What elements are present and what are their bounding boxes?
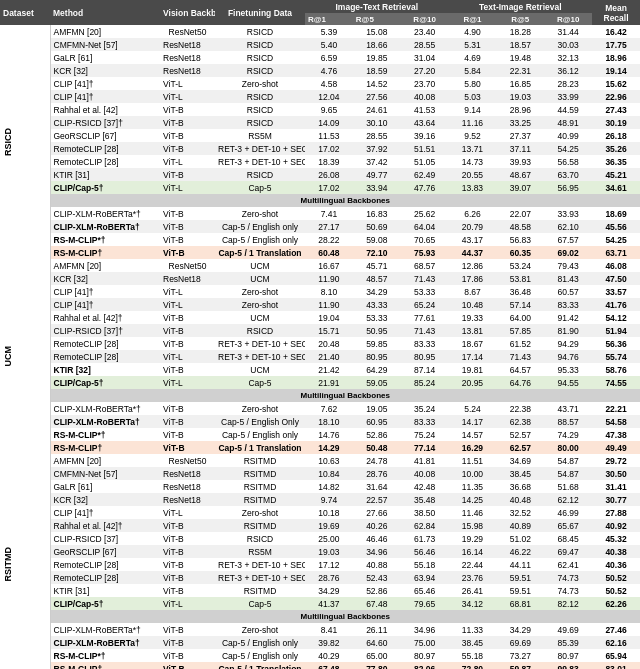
- mean-recall-cell: 40.38: [592, 545, 640, 558]
- mean-recall-cell: 31.41: [592, 480, 640, 493]
- finetuning-cell: RSITMD: [215, 493, 305, 506]
- metric-cell: 44.37: [449, 246, 497, 259]
- metric-cell: 94.76: [544, 350, 592, 363]
- backbone-cell: ViT-B: [160, 558, 215, 571]
- backbone-cell: ViT-B: [160, 623, 215, 636]
- metric-cell: 39.16: [401, 129, 449, 142]
- metric-cell: 65.46: [401, 584, 449, 597]
- method-cell: RemoteCLIP [28]: [50, 337, 160, 350]
- table-row: CLIP-XLM-RoBERTa*†ViT-BZero-shot7.4116.8…: [0, 207, 640, 220]
- metric-cell: 53.33: [353, 311, 401, 324]
- metric-cell: 62.10: [544, 220, 592, 233]
- metric-cell: 14.52: [353, 77, 401, 90]
- finetuning-cell: RSICD: [215, 168, 305, 181]
- table-row: RSICDAMFMN [20]ResNet50RSICD5.3915.0823.…: [0, 25, 640, 38]
- metric-cell: 77.80: [353, 662, 401, 669]
- backbone-cell: ResNet50: [160, 259, 215, 272]
- metric-cell: 19.85: [353, 51, 401, 64]
- table-row: RSITMDAMFMN [20]ResNet50RSITMD10.6324.78…: [0, 454, 640, 467]
- metric-cell: 60.57: [544, 285, 592, 298]
- metric-cell: 81.43: [544, 272, 592, 285]
- method-cell: RemoteCLIP [28]: [50, 142, 160, 155]
- dataset-header: Dataset: [0, 0, 50, 25]
- mean-recall-cell: 58.76: [592, 363, 640, 376]
- metric-cell: 5.24: [449, 402, 497, 415]
- metric-cell: 9.74: [305, 493, 353, 506]
- finetuning-cell: Cap-5 / English only: [215, 649, 305, 662]
- metric-cell: 22.31: [496, 64, 544, 77]
- metric-cell: 5.40: [305, 38, 353, 51]
- metric-cell: 54.87: [544, 467, 592, 480]
- table-row: CMFMN-Net [57]ResNet18RSICD5.4018.6628.5…: [0, 38, 640, 51]
- metric-cell: 62.49: [401, 168, 449, 181]
- method-cell: CLIP-RSICD [37]†: [50, 324, 160, 337]
- metric-cell: 19.05: [353, 402, 401, 415]
- backbone-cell: ViT-B: [160, 441, 215, 454]
- finetuning-cell: Zero-shot: [215, 207, 305, 220]
- table-row: CLIP/Cap-5†ViT-LCap-521.9159.0585.2420.9…: [0, 376, 640, 389]
- table-row: CLIP-XLM-RoBERTa†ViT-BCap-5 / English on…: [0, 636, 640, 649]
- finetuning-cell: UCM: [215, 272, 305, 285]
- metric-cell: 18.66: [353, 38, 401, 51]
- metric-cell: 5.31: [449, 38, 497, 51]
- backbone-cell: ResNet18: [160, 467, 215, 480]
- metric-cell: 61.73: [401, 532, 449, 545]
- metric-cell: 62.57: [496, 441, 544, 454]
- mean-recall-cell: 49.49: [592, 441, 640, 454]
- backbone-cell: ResNet50: [160, 25, 215, 38]
- mean-recall-cell: 54.25: [592, 233, 640, 246]
- metric-cell: 18.67: [449, 337, 497, 350]
- backbone-cell: ViT-B: [160, 415, 215, 428]
- metric-cell: 24.78: [353, 454, 401, 467]
- multilingual-header: Multilingual Backbones: [0, 194, 640, 207]
- finetuning-cell: RSICD: [215, 116, 305, 129]
- metric-cell: 15.08: [353, 25, 401, 38]
- metric-cell: 44.11: [496, 558, 544, 571]
- backbone-cell: ResNet18: [160, 51, 215, 64]
- metric-cell: 40.88: [353, 558, 401, 571]
- metric-cell: 55.18: [401, 558, 449, 571]
- mean-recall-cell: 30.19: [592, 116, 640, 129]
- metric-cell: 20.79: [449, 220, 497, 233]
- metric-cell: 59.85: [353, 337, 401, 350]
- metric-cell: 17.14: [449, 350, 497, 363]
- mean-recall-cell: 41.76: [592, 298, 640, 311]
- finetuning-cell: Cap-5: [215, 181, 305, 194]
- mean-recall-cell: 30.50: [592, 467, 640, 480]
- metric-cell: 43.71: [544, 402, 592, 415]
- method-cell: CLIP [41]†: [50, 90, 160, 103]
- metric-cell: 38.50: [401, 506, 449, 519]
- table-row: CLIP-RSICD [37]†ViT-BRSICD15.7150.9571.4…: [0, 324, 640, 337]
- method-cell: RemoteCLIP [28]: [50, 558, 160, 571]
- metric-cell: 9.14: [449, 103, 497, 116]
- metric-cell: 88.57: [544, 415, 592, 428]
- metric-cell: 26.41: [449, 584, 497, 597]
- method-cell: AMFMN [20]: [50, 25, 160, 38]
- backbone-cell: ViT-B: [160, 207, 215, 220]
- metric-cell: 80.00: [544, 441, 592, 454]
- metric-cell: 11.16: [449, 116, 497, 129]
- mean-recall-cell: 56.36: [592, 337, 640, 350]
- metric-cell: 40.99: [544, 129, 592, 142]
- method-cell: CLIP-RSICD [37]†: [50, 116, 160, 129]
- mean-recall-cell: 54.12: [592, 311, 640, 324]
- method-cell: GeoRSCLIP [67]: [50, 129, 160, 142]
- metric-cell: 67.48: [305, 662, 353, 669]
- dataset-label: RSITMD: [0, 454, 50, 669]
- metric-cell: 25.00: [305, 532, 353, 545]
- method-cell: CLIP [41]†: [50, 285, 160, 298]
- metric-cell: 21.42: [305, 363, 353, 376]
- finetuning-cell: Zero-shot: [215, 77, 305, 90]
- finetuning-cell: UCM: [215, 311, 305, 324]
- metric-cell: 27.56: [353, 90, 401, 103]
- metric-cell: 94.55: [544, 376, 592, 389]
- mean-recall-header: MeanRecall: [592, 0, 640, 25]
- mean-recall-cell: 45.56: [592, 220, 640, 233]
- finetuning-cell: RS5M: [215, 129, 305, 142]
- table-row: CLIP-RSICD [37]†ViT-BRSICD14.0930.1043.6…: [0, 116, 640, 129]
- metric-cell: 69.69: [496, 636, 544, 649]
- metric-cell: 75.00: [401, 636, 449, 649]
- metric-cell: 4.90: [449, 25, 497, 38]
- metric-cell: 59.51: [496, 584, 544, 597]
- metric-cell: 16.83: [353, 207, 401, 220]
